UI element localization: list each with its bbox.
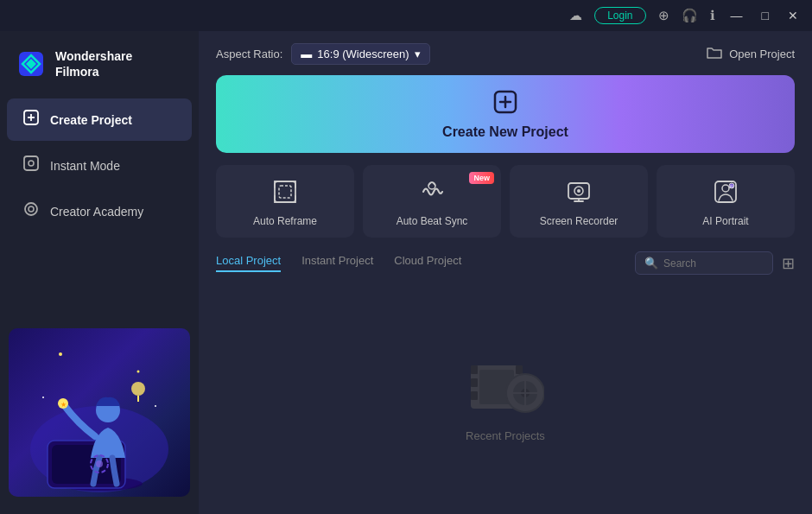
svg-point-23 xyxy=(131,382,145,396)
feature-cards: Auto Reframe New Auto Beat Sync xyxy=(216,165,795,238)
nav-creator-academy-label: Creator Academy xyxy=(50,205,143,219)
screen-recorder-label: Screen Recorder xyxy=(540,215,619,227)
auto-beat-sync-icon xyxy=(419,179,445,208)
project-section: Local Project Instant Project Cloud Proj… xyxy=(199,251,812,514)
app-body: WondershareFilmora Create Project Instan… xyxy=(0,31,812,514)
tab-cloud-project[interactable]: Cloud Project xyxy=(394,254,461,272)
aspect-ratio-area: Aspect Ratio: ▬ 16:9 (Widescreen) ▾ xyxy=(216,43,430,65)
svg-point-9 xyxy=(29,206,34,212)
close-button[interactable]: ✕ xyxy=(784,9,802,22)
create-project-icon xyxy=(22,109,40,130)
svg-point-8 xyxy=(25,203,37,215)
app-name: WondershareFilmora xyxy=(55,48,132,79)
headphone-icon[interactable]: 🎧 xyxy=(682,8,698,23)
svg-rect-6 xyxy=(24,156,38,170)
svg-rect-40 xyxy=(471,391,478,400)
svg-point-34 xyxy=(722,185,729,192)
svg-point-29 xyxy=(428,182,435,189)
svg-point-14 xyxy=(42,397,44,398)
ai-portrait-icon: AI xyxy=(713,179,739,208)
login-button[interactable]: Login xyxy=(594,7,645,24)
create-banner-text: Create New Project xyxy=(442,124,568,140)
svg-text:★: ★ xyxy=(60,401,67,409)
feature-card-ai-portrait[interactable]: AI AI Portrait xyxy=(657,165,795,238)
create-new-project-banner[interactable]: Create New Project xyxy=(216,75,795,153)
app-logo-icon xyxy=(16,48,47,79)
top-bar: Aspect Ratio: ▬ 16:9 (Widescreen) ▾ Open… xyxy=(199,31,812,75)
auto-reframe-icon xyxy=(272,179,298,208)
sidebar: WondershareFilmora Create Project Instan… xyxy=(0,31,199,514)
nav-creator-academy[interactable]: Creator Academy xyxy=(7,190,192,232)
feature-card-auto-beat-sync[interactable]: New Auto Beat Sync xyxy=(363,165,501,238)
aspect-ratio-value: 16:9 (Widescreen) xyxy=(317,48,409,60)
svg-point-32 xyxy=(577,189,580,193)
svg-rect-41 xyxy=(516,365,523,374)
svg-point-22 xyxy=(96,460,103,467)
aspect-monitor-icon: ▬ xyxy=(301,48,312,60)
create-banner-icon xyxy=(492,88,519,119)
aspect-dropdown-icon: ▾ xyxy=(415,48,421,60)
nav-create-project-label: Create Project xyxy=(50,113,132,127)
ai-portrait-label: AI Portrait xyxy=(702,215,748,227)
svg-rect-38 xyxy=(471,365,478,374)
illustration-box: ★ xyxy=(9,328,190,497)
svg-point-7 xyxy=(29,161,34,166)
search-input[interactable] xyxy=(663,257,758,270)
open-project-label: Open Project xyxy=(729,48,795,60)
svg-point-11 xyxy=(59,352,62,356)
logo-area: WondershareFilmora xyxy=(0,40,199,97)
tab-instant-project[interactable]: Instant Project xyxy=(301,254,373,272)
info-icon[interactable]: ℹ xyxy=(710,8,715,23)
minimize-button[interactable]: — xyxy=(727,9,746,22)
svg-rect-39 xyxy=(471,378,478,387)
auto-beat-sync-label: Auto Beat Sync xyxy=(396,215,468,227)
creator-academy-icon xyxy=(22,200,40,222)
aspect-ratio-select[interactable]: ▬ 16:9 (Widescreen) ▾ xyxy=(291,43,429,65)
auto-reframe-label: Auto Reframe xyxy=(253,215,317,227)
nav-instant-mode[interactable]: Instant Mode xyxy=(7,144,192,187)
instant-mode-icon xyxy=(22,155,40,176)
svg-rect-28 xyxy=(279,186,291,198)
nav-create-project[interactable]: Create Project xyxy=(7,98,192,141)
search-box: 🔍 xyxy=(635,251,773,275)
cloud-icon[interactable]: ☁ xyxy=(569,8,582,23)
open-project-button[interactable]: Open Project xyxy=(707,46,795,62)
titlebar: ☁ Login ⊕ 🎧 ℹ — □ ✕ xyxy=(0,0,812,31)
svg-text:AI: AI xyxy=(730,184,734,189)
upload-icon[interactable]: ⊕ xyxy=(658,8,669,23)
empty-state: Recent Projects xyxy=(216,285,795,514)
feature-card-auto-reframe[interactable]: Auto Reframe xyxy=(216,165,354,238)
svg-point-12 xyxy=(137,371,140,373)
screen-recorder-icon xyxy=(566,179,592,208)
folder-icon xyxy=(707,46,722,62)
aspect-ratio-label: Aspect Ratio: xyxy=(216,48,282,60)
search-area: 🔍 ⊞ xyxy=(635,251,795,275)
svg-rect-27 xyxy=(275,181,295,202)
svg-point-13 xyxy=(155,405,156,407)
recent-projects-label: Recent Projects xyxy=(466,429,545,442)
film-reel-icon xyxy=(466,357,544,417)
new-badge: New xyxy=(469,172,494,184)
titlebar-icons: ☁ Login ⊕ 🎧 ℹ — □ ✕ xyxy=(569,7,802,24)
main-content: Aspect Ratio: ▬ 16:9 (Widescreen) ▾ Open… xyxy=(199,31,812,514)
project-tabs: Local Project Instant Project Cloud Proj… xyxy=(216,254,461,272)
maximize-button[interactable]: □ xyxy=(758,9,772,22)
illustration-svg: ★ xyxy=(9,328,190,497)
nav-instant-mode-label: Instant Mode xyxy=(50,159,120,173)
grid-view-icon[interactable]: ⊞ xyxy=(782,254,795,273)
tab-local-project[interactable]: Local Project xyxy=(216,254,281,272)
feature-card-screen-recorder[interactable]: Screen Recorder xyxy=(510,165,648,238)
sidebar-illustration: ★ xyxy=(0,320,199,505)
search-icon: 🔍 xyxy=(644,257,658,270)
project-tabs-bar: Local Project Instant Project Cloud Proj… xyxy=(216,251,795,275)
